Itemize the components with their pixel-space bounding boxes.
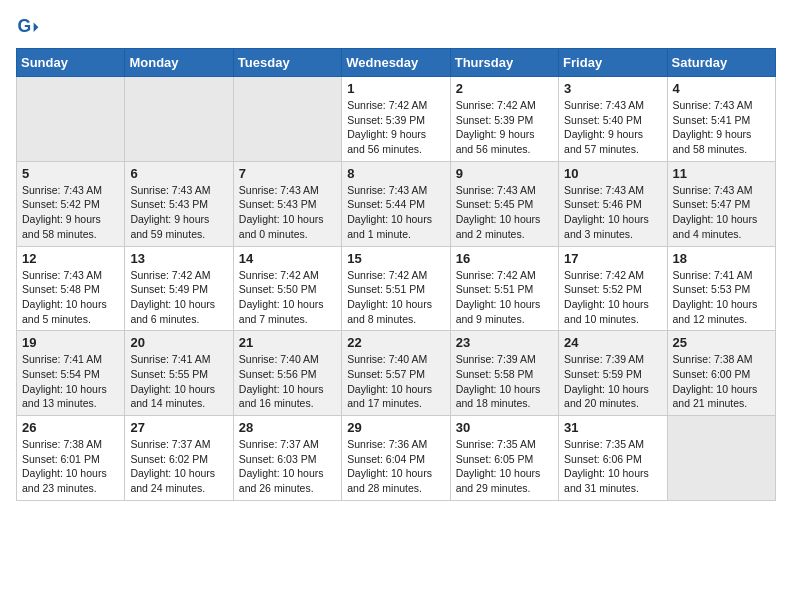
calendar-cell: 12Sunrise: 7:43 AMSunset: 5:48 PMDayligh… (17, 246, 125, 331)
day-info: Sunrise: 7:39 AMSunset: 5:59 PMDaylight:… (564, 352, 661, 411)
day-info: Sunrise: 7:43 AMSunset: 5:46 PMDaylight:… (564, 183, 661, 242)
day-number: 31 (564, 420, 661, 435)
day-info: Sunrise: 7:43 AMSunset: 5:43 PMDaylight:… (130, 183, 227, 242)
day-info: Sunrise: 7:41 AMSunset: 5:55 PMDaylight:… (130, 352, 227, 411)
calendar-cell: 16Sunrise: 7:42 AMSunset: 5:51 PMDayligh… (450, 246, 558, 331)
day-number: 14 (239, 251, 336, 266)
calendar-cell: 6Sunrise: 7:43 AMSunset: 5:43 PMDaylight… (125, 161, 233, 246)
day-info: Sunrise: 7:35 AMSunset: 6:05 PMDaylight:… (456, 437, 553, 496)
calendar-cell (125, 77, 233, 162)
day-header-thursday: Thursday (450, 49, 558, 77)
calendar-cell: 14Sunrise: 7:42 AMSunset: 5:50 PMDayligh… (233, 246, 341, 331)
day-info: Sunrise: 7:38 AMSunset: 6:01 PMDaylight:… (22, 437, 119, 496)
day-info: Sunrise: 7:40 AMSunset: 5:57 PMDaylight:… (347, 352, 444, 411)
calendar-cell: 9Sunrise: 7:43 AMSunset: 5:45 PMDaylight… (450, 161, 558, 246)
day-number: 24 (564, 335, 661, 350)
day-header-row: SundayMondayTuesdayWednesdayThursdayFrid… (17, 49, 776, 77)
calendar-cell: 8Sunrise: 7:43 AMSunset: 5:44 PMDaylight… (342, 161, 450, 246)
day-number: 22 (347, 335, 444, 350)
day-info: Sunrise: 7:37 AMSunset: 6:03 PMDaylight:… (239, 437, 336, 496)
day-info: Sunrise: 7:42 AMSunset: 5:51 PMDaylight:… (456, 268, 553, 327)
day-info: Sunrise: 7:43 AMSunset: 5:48 PMDaylight:… (22, 268, 119, 327)
day-number: 23 (456, 335, 553, 350)
day-number: 4 (673, 81, 770, 96)
calendar-cell: 7Sunrise: 7:43 AMSunset: 5:43 PMDaylight… (233, 161, 341, 246)
day-number: 15 (347, 251, 444, 266)
day-info: Sunrise: 7:43 AMSunset: 5:43 PMDaylight:… (239, 183, 336, 242)
day-number: 16 (456, 251, 553, 266)
day-info: Sunrise: 7:37 AMSunset: 6:02 PMDaylight:… (130, 437, 227, 496)
day-number: 25 (673, 335, 770, 350)
day-number: 6 (130, 166, 227, 181)
day-info: Sunrise: 7:43 AMSunset: 5:44 PMDaylight:… (347, 183, 444, 242)
calendar-cell (667, 416, 775, 501)
week-row-2: 5Sunrise: 7:43 AMSunset: 5:42 PMDaylight… (17, 161, 776, 246)
day-number: 5 (22, 166, 119, 181)
day-info: Sunrise: 7:43 AMSunset: 5:40 PMDaylight:… (564, 98, 661, 157)
calendar-cell: 26Sunrise: 7:38 AMSunset: 6:01 PMDayligh… (17, 416, 125, 501)
calendar-cell: 15Sunrise: 7:42 AMSunset: 5:51 PMDayligh… (342, 246, 450, 331)
day-number: 28 (239, 420, 336, 435)
day-number: 3 (564, 81, 661, 96)
day-info: Sunrise: 7:42 AMSunset: 5:51 PMDaylight:… (347, 268, 444, 327)
logo: G (16, 16, 44, 40)
day-number: 29 (347, 420, 444, 435)
day-number: 7 (239, 166, 336, 181)
day-info: Sunrise: 7:43 AMSunset: 5:47 PMDaylight:… (673, 183, 770, 242)
logo-icon: G (16, 16, 40, 40)
day-info: Sunrise: 7:43 AMSunset: 5:42 PMDaylight:… (22, 183, 119, 242)
calendar-cell: 23Sunrise: 7:39 AMSunset: 5:58 PMDayligh… (450, 331, 558, 416)
svg-text:G: G (18, 16, 32, 36)
calendar-cell: 24Sunrise: 7:39 AMSunset: 5:59 PMDayligh… (559, 331, 667, 416)
day-number: 30 (456, 420, 553, 435)
day-header-tuesday: Tuesday (233, 49, 341, 77)
week-row-1: 1Sunrise: 7:42 AMSunset: 5:39 PMDaylight… (17, 77, 776, 162)
day-info: Sunrise: 7:40 AMSunset: 5:56 PMDaylight:… (239, 352, 336, 411)
day-number: 2 (456, 81, 553, 96)
calendar-cell: 20Sunrise: 7:41 AMSunset: 5:55 PMDayligh… (125, 331, 233, 416)
day-number: 26 (22, 420, 119, 435)
calendar-cell: 25Sunrise: 7:38 AMSunset: 6:00 PMDayligh… (667, 331, 775, 416)
day-info: Sunrise: 7:42 AMSunset: 5:39 PMDaylight:… (456, 98, 553, 157)
calendar-cell: 11Sunrise: 7:43 AMSunset: 5:47 PMDayligh… (667, 161, 775, 246)
calendar-cell (233, 77, 341, 162)
day-number: 19 (22, 335, 119, 350)
day-info: Sunrise: 7:42 AMSunset: 5:39 PMDaylight:… (347, 98, 444, 157)
calendar-cell: 2Sunrise: 7:42 AMSunset: 5:39 PMDaylight… (450, 77, 558, 162)
day-info: Sunrise: 7:42 AMSunset: 5:50 PMDaylight:… (239, 268, 336, 327)
calendar-cell: 31Sunrise: 7:35 AMSunset: 6:06 PMDayligh… (559, 416, 667, 501)
day-info: Sunrise: 7:42 AMSunset: 5:52 PMDaylight:… (564, 268, 661, 327)
day-info: Sunrise: 7:43 AMSunset: 5:41 PMDaylight:… (673, 98, 770, 157)
day-header-monday: Monday (125, 49, 233, 77)
week-row-5: 26Sunrise: 7:38 AMSunset: 6:01 PMDayligh… (17, 416, 776, 501)
day-number: 12 (22, 251, 119, 266)
day-number: 1 (347, 81, 444, 96)
day-header-sunday: Sunday (17, 49, 125, 77)
calendar-cell: 1Sunrise: 7:42 AMSunset: 5:39 PMDaylight… (342, 77, 450, 162)
day-header-wednesday: Wednesday (342, 49, 450, 77)
calendar-cell: 18Sunrise: 7:41 AMSunset: 5:53 PMDayligh… (667, 246, 775, 331)
calendar-cell: 3Sunrise: 7:43 AMSunset: 5:40 PMDaylight… (559, 77, 667, 162)
day-info: Sunrise: 7:38 AMSunset: 6:00 PMDaylight:… (673, 352, 770, 411)
day-number: 8 (347, 166, 444, 181)
day-number: 9 (456, 166, 553, 181)
day-number: 13 (130, 251, 227, 266)
day-number: 18 (673, 251, 770, 266)
day-info: Sunrise: 7:39 AMSunset: 5:58 PMDaylight:… (456, 352, 553, 411)
calendar-cell: 21Sunrise: 7:40 AMSunset: 5:56 PMDayligh… (233, 331, 341, 416)
day-info: Sunrise: 7:35 AMSunset: 6:06 PMDaylight:… (564, 437, 661, 496)
day-number: 27 (130, 420, 227, 435)
calendar-cell: 5Sunrise: 7:43 AMSunset: 5:42 PMDaylight… (17, 161, 125, 246)
calendar-cell: 22Sunrise: 7:40 AMSunset: 5:57 PMDayligh… (342, 331, 450, 416)
calendar-cell: 19Sunrise: 7:41 AMSunset: 5:54 PMDayligh… (17, 331, 125, 416)
day-info: Sunrise: 7:42 AMSunset: 5:49 PMDaylight:… (130, 268, 227, 327)
calendar-cell: 29Sunrise: 7:36 AMSunset: 6:04 PMDayligh… (342, 416, 450, 501)
day-number: 21 (239, 335, 336, 350)
calendar-cell: 30Sunrise: 7:35 AMSunset: 6:05 PMDayligh… (450, 416, 558, 501)
calendar-cell: 13Sunrise: 7:42 AMSunset: 5:49 PMDayligh… (125, 246, 233, 331)
svg-marker-1 (34, 22, 39, 32)
day-number: 10 (564, 166, 661, 181)
calendar-cell: 28Sunrise: 7:37 AMSunset: 6:03 PMDayligh… (233, 416, 341, 501)
calendar-cell: 27Sunrise: 7:37 AMSunset: 6:02 PMDayligh… (125, 416, 233, 501)
day-info: Sunrise: 7:43 AMSunset: 5:45 PMDaylight:… (456, 183, 553, 242)
